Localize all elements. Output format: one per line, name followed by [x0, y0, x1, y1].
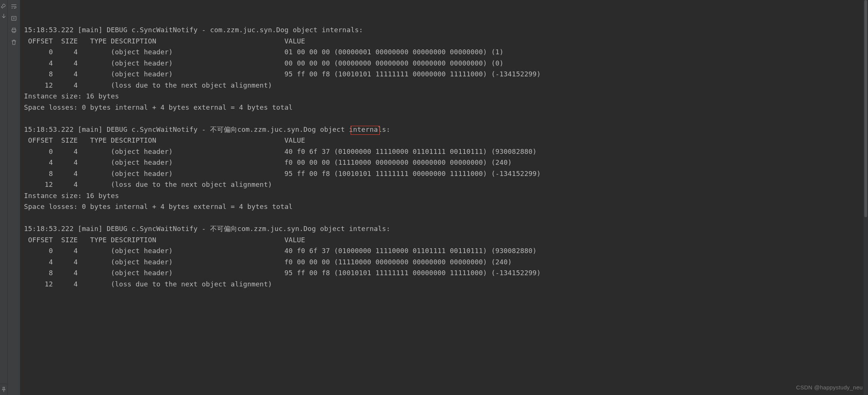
trash-icon[interactable] — [9, 38, 18, 46]
print-icon[interactable] — [9, 26, 18, 34]
table-header: OFFSET SIZE TYPE DESCRIPTION VALUE — [24, 234, 865, 246]
space-losses: Space losses: 0 bytes internal + 4 bytes… — [24, 201, 865, 212]
ide-run-panel: 15:18:53.222 [main] DEBUG c.SyncWaitNoti… — [0, 0, 868, 395]
watermark: CSDN @happystudy_neu — [796, 382, 863, 393]
table-row: 12 4 (loss due to the next object alignm… — [24, 179, 865, 190]
run-gutter — [0, 0, 7, 395]
instance-size: Instance size: 16 bytes — [24, 190, 865, 201]
blank-line — [24, 113, 865, 124]
instance-size: Instance size: 16 bytes — [24, 91, 865, 102]
table-row: 12 4 (loss due to the next object alignm… — [24, 80, 865, 91]
table-row: 4 4 (object header) f0 00 00 00 (1111000… — [24, 157, 865, 168]
table-header: OFFSET SIZE TYPE DESCRIPTION VALUE — [24, 135, 865, 146]
scrollbar-vertical[interactable] — [864, 0, 868, 395]
scrollbar-thumb[interactable] — [864, 0, 867, 217]
table-row: 8 4 (object header) 95 ff 00 f8 (1001010… — [24, 69, 865, 80]
table-row: 8 4 (object header) 95 ff 00 f8 (1001010… — [24, 168, 865, 179]
blank-line — [24, 212, 865, 224]
wrench-icon[interactable] — [0, 1, 8, 10]
console-output[interactable]: 15:18:53.222 [main] DEBUG c.SyncWaitNoti… — [20, 0, 868, 395]
table-row: 12 4 (loss due to the next object alignm… — [24, 279, 865, 290]
table-row: 4 4 (object header) f0 00 00 00 (1111000… — [24, 256, 865, 268]
table-row: 8 4 (object header) 95 ff 00 f8 (1001010… — [24, 267, 865, 279]
table-row: 0 4 (object header) 40 f0 6f 37 (0100000… — [24, 146, 865, 157]
diff-icon[interactable] — [9, 14, 18, 22]
log-header: 15:18:53.222 [main] DEBUG c.SyncWaitNoti… — [24, 24, 865, 36]
log-header: 15:18:53.222 [main] DEBUG c.SyncWaitNoti… — [24, 223, 865, 234]
arrow-down-icon[interactable] — [0, 12, 8, 20]
table-header: OFFSET SIZE TYPE DESCRIPTION VALUE — [24, 36, 865, 47]
console-toolbar — [7, 0, 20, 395]
table-row: 0 4 (object header) 40 f0 6f 37 (0100000… — [24, 245, 865, 256]
table-row: 4 4 (object header) 00 00 00 00 (0000000… — [24, 58, 865, 69]
table-row: 0 4 (object header) 01 00 00 00 (0000000… — [24, 46, 865, 58]
wrap-icon[interactable] — [9, 2, 18, 10]
log-header: 15:18:53.222 [main] DEBUG c.SyncWaitNoti… — [24, 124, 865, 135]
pin-icon[interactable] — [0, 386, 7, 394]
space-losses: Space losses: 0 bytes internal + 4 bytes… — [24, 102, 865, 113]
